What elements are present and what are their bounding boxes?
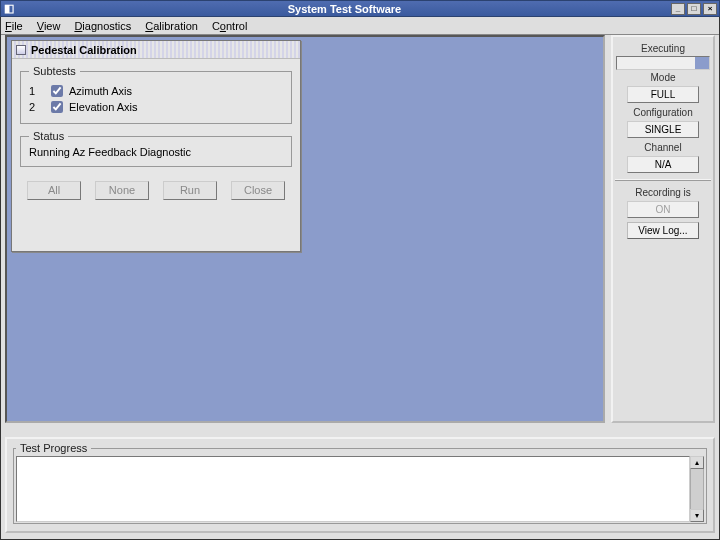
subtest-label: Azimuth Axis <box>69 85 132 97</box>
menubar: File View Diagnostics Calibration Contro… <box>1 17 719 35</box>
channel-button[interactable]: N/A <box>627 156 699 173</box>
subtest-azimuth-checkbox[interactable] <box>51 85 63 97</box>
mode-label: Mode <box>615 72 711 83</box>
test-progress-log: ▴ ▾ <box>16 456 704 522</box>
status-group: Status Running Az Feedback Diagnostic <box>20 130 292 167</box>
window-title: System Test Software <box>18 3 671 15</box>
log-textarea[interactable] <box>16 456 690 522</box>
close-button[interactable]: × <box>703 3 717 15</box>
status-legend: Status <box>29 130 68 142</box>
recording-button: ON <box>627 201 699 218</box>
subtest-number: 1 <box>29 85 45 97</box>
scroll-up-icon[interactable]: ▴ <box>690 456 704 469</box>
menu-control[interactable]: Control <box>212 20 247 32</box>
system-menu-icon[interactable]: ◧ <box>4 2 18 15</box>
scroll-track[interactable] <box>690 469 704 509</box>
run-button[interactable]: Run <box>163 181 217 200</box>
test-progress-group: Test Progress ▴ ▾ <box>13 442 707 524</box>
close-button[interactable]: Close <box>231 181 285 200</box>
none-button[interactable]: None <box>95 181 149 200</box>
recording-label: Recording is <box>615 187 711 198</box>
app-frame: File View Diagnostics Calibration Contro… <box>0 17 720 540</box>
dialog-title: Pedestal Calibration <box>31 44 137 56</box>
dialog-button-row: All None Run Close <box>20 181 292 200</box>
subtests-group: Subtests 1 Azimuth Axis 2 Elevation Axis <box>20 65 292 124</box>
view-log-button[interactable]: View Log... <box>627 222 699 239</box>
dialog-titlebar[interactable]: Pedestal Calibration <box>12 41 300 59</box>
menu-file[interactable]: File <box>5 20 23 32</box>
window-titlebar: ◧ System Test Software _ □ × <box>0 0 720 17</box>
menu-diagnostics[interactable]: Diagnostics <box>74 20 131 32</box>
mode-button[interactable]: FULL <box>627 86 699 103</box>
status-text: Running Az Feedback Diagnostic <box>29 146 283 160</box>
maximize-button[interactable]: □ <box>687 3 701 15</box>
menu-calibration[interactable]: Calibration <box>145 20 198 32</box>
subtest-row: 2 Elevation Axis <box>29 101 283 113</box>
progress-fill <box>695 57 709 69</box>
scroll-down-icon[interactable]: ▾ <box>690 509 704 522</box>
side-panel: Executing Mode FULL Configuration SINGLE… <box>611 35 715 423</box>
test-progress-legend: Test Progress <box>16 442 91 454</box>
window-icon <box>16 45 26 55</box>
executing-label: Executing <box>615 43 711 54</box>
all-button[interactable]: All <box>27 181 81 200</box>
configuration-label: Configuration <box>615 107 711 118</box>
subtest-row: 1 Azimuth Axis <box>29 85 283 97</box>
subtest-label: Elevation Axis <box>69 101 137 113</box>
executing-progress <box>616 56 710 70</box>
subtest-elevation-checkbox[interactable] <box>51 101 63 113</box>
configuration-button[interactable]: SINGLE <box>627 121 699 138</box>
pedestal-calibration-dialog: Pedestal Calibration Subtests 1 Azimuth … <box>11 40 301 252</box>
channel-label: Channel <box>615 142 711 153</box>
subtest-number: 2 <box>29 101 45 113</box>
minimize-button[interactable]: _ <box>671 3 685 15</box>
bottom-panel: Test Progress ▴ ▾ <box>5 437 715 533</box>
menu-view[interactable]: View <box>37 20 61 32</box>
subtests-legend: Subtests <box>29 65 80 77</box>
work-area: Pedestal Calibration Subtests 1 Azimuth … <box>5 35 605 423</box>
log-scrollbar[interactable]: ▴ ▾ <box>690 456 704 522</box>
